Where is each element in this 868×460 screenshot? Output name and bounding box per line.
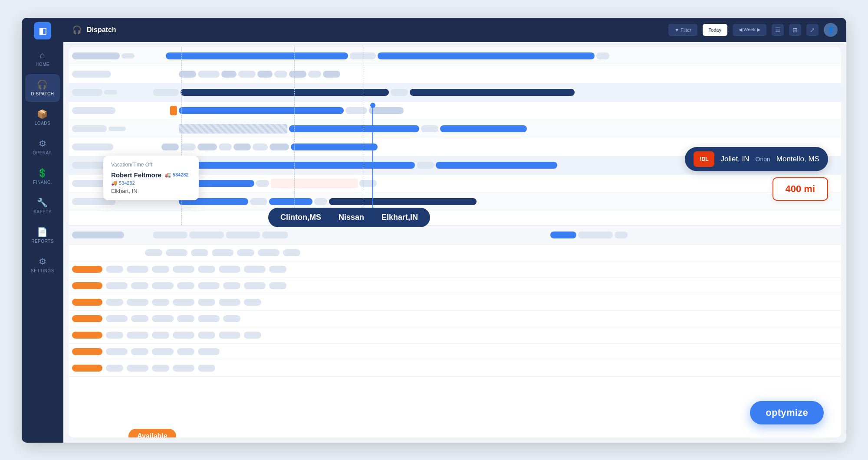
- topbar-icon-btn-2[interactable]: ⊞: [789, 24, 801, 36]
- gantt-bars-1: [144, 47, 838, 65]
- lb4a: [106, 299, 123, 306]
- gantt-row-3: [69, 84, 841, 102]
- tooltip-trailer-info: 🚚 534282: [111, 180, 191, 186]
- sidebar-item-finance[interactable]: 💲 FINANC.: [25, 163, 60, 190]
- orange-row-7: [69, 344, 841, 360]
- sidebar-item-reports[interactable]: 📄 REPORTS: [25, 222, 60, 249]
- sidebar-item-dispatch[interactable]: 🎧 DISPATCH: [25, 74, 60, 102]
- bar-4-light: [345, 107, 367, 114]
- orange-row-2: [69, 261, 841, 278]
- bar-2-1: [179, 71, 196, 78]
- route-badge[interactable]: !DL Joliet, IN Orion Montello, MS: [685, 147, 828, 171]
- tooltip-truck-info: 🚛 534282: [165, 172, 189, 178]
- gantt-bars-5: [144, 120, 838, 138]
- lb8e: [198, 365, 215, 372]
- sidebar-item-home[interactable]: ⌂ HOME: [25, 45, 60, 72]
- topbar-dispatch-icon: 🎧: [72, 25, 82, 35]
- driver-cell-3: [72, 89, 141, 96]
- lower-bar-1b: [166, 249, 187, 256]
- bar-5-light: [421, 125, 438, 132]
- bar-7-blue2: [436, 162, 557, 169]
- bar-7-blue: [176, 162, 415, 169]
- lb7e: [198, 348, 220, 355]
- load-tooltip[interactable]: Clinton,MS Nissan Elkhart,IN: [268, 208, 430, 227]
- sidebar-item-settings[interactable]: ⚙ SETTINGS: [25, 251, 60, 279]
- driver-name-skel-2: [72, 71, 111, 78]
- lb2c: [152, 266, 169, 273]
- available-label: Available: [137, 432, 168, 437]
- lb4c: [152, 299, 169, 306]
- user-avatar[interactable]: 👤: [824, 23, 838, 37]
- lb2h: [269, 266, 286, 273]
- load-destination: Elkhart,IN: [381, 213, 418, 222]
- bar-2-4: [238, 71, 256, 78]
- bar-8-2: [256, 180, 269, 187]
- driver-cell-6: [72, 144, 141, 150]
- bar-2-9: [323, 71, 340, 78]
- topbar-filter-btn[interactable]: ▼ Filter: [668, 24, 697, 36]
- orange-row-3: [69, 278, 841, 294]
- sidebar-label-operations: OPERAT.: [33, 150, 53, 155]
- topbar: 🎧 Dispatch ▼ Filter Today ◀ Week ▶ ☰ ⊞ ↗…: [63, 18, 846, 42]
- reports-icon: 📄: [37, 227, 48, 237]
- bar-3-dark: [181, 89, 389, 96]
- bar-2-6: [274, 71, 287, 78]
- route-origin: Joliet, IN: [720, 155, 749, 163]
- orange-bar-8: [72, 365, 102, 372]
- distance-badge: 400 mi: [773, 177, 829, 201]
- lb3h: [269, 282, 286, 289]
- operations-icon: ⚙: [39, 138, 47, 149]
- gantt-area: Available Vacation/Time Off Robert Feltm…: [69, 47, 841, 437]
- sidebar-label-dispatch: DISPATCH: [31, 91, 54, 96]
- lb4e: [198, 299, 215, 306]
- lb4f: [219, 299, 240, 306]
- orange-row-8: [69, 360, 841, 377]
- tooltip-vacation-label: Vacation/Time Off: [111, 162, 191, 168]
- lb7d: [177, 348, 194, 355]
- lb5c: [152, 315, 174, 322]
- bar-9-3: [269, 198, 312, 205]
- gantt-bars-4: [144, 102, 838, 120]
- orange-row-5: [69, 311, 841, 327]
- load-origin: Clinton,MS: [280, 213, 321, 222]
- bar-1-4: [596, 52, 609, 59]
- lb6b: [127, 332, 148, 339]
- driver-cell-1: [72, 52, 141, 59]
- lb8a: [106, 365, 123, 372]
- optymize-button[interactable]: optymize: [750, 401, 824, 424]
- orange-row-1: [69, 245, 841, 261]
- topbar-icon-btn-1[interactable]: ☰: [772, 24, 784, 36]
- orange-bar-4: [72, 299, 102, 306]
- lower-gantt-section: Available: [69, 225, 841, 437]
- lb6a: [106, 332, 123, 339]
- available-badge[interactable]: Available: [128, 429, 176, 437]
- lb2a: [106, 266, 123, 273]
- bar-9-2: [250, 198, 267, 205]
- lower-driver-skel-h: [72, 232, 124, 238]
- home-icon: ⌂: [40, 50, 46, 60]
- sidebar-label-safety: SAFETY: [33, 209, 52, 214]
- gantt-row-4: [69, 102, 841, 120]
- bar-6-5: [233, 144, 251, 150]
- lb4b: [127, 299, 148, 306]
- topbar-icon-btn-3[interactable]: ↗: [806, 24, 819, 36]
- lb2f: [219, 266, 240, 273]
- sidebar-item-operations[interactable]: ⚙ OPERAT.: [25, 133, 60, 161]
- bar-5-blue: [289, 125, 419, 132]
- topbar-today-btn[interactable]: Today: [703, 24, 727, 36]
- timeline-dot: [370, 103, 375, 108]
- topbar-range-btn[interactable]: ◀ Week ▶: [733, 24, 766, 36]
- lb3e: [198, 282, 220, 289]
- driver-skel-5: [72, 125, 107, 132]
- lb3b: [131, 282, 148, 289]
- bar-1-3: [378, 52, 595, 59]
- bar-6-1: [161, 144, 179, 150]
- lower-bar-1f: [258, 249, 279, 256]
- lb2b: [127, 266, 148, 273]
- orange-bar-6: [72, 332, 102, 339]
- bar-5-blue2: [440, 125, 527, 132]
- lower-bar-h7: [615, 232, 628, 238]
- sidebar-item-loads[interactable]: 📦 LOADS: [25, 104, 60, 131]
- sidebar-item-safety[interactable]: 🔧 SAFETY: [25, 192, 60, 220]
- app-logo[interactable]: ◧: [34, 22, 51, 39]
